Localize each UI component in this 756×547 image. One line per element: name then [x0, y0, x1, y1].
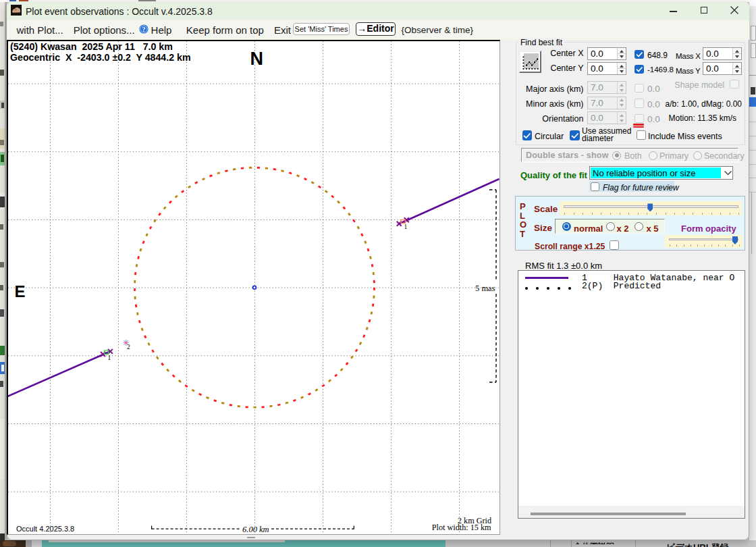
svg-text:Occult 4.2025.3.8: Occult 4.2025.3.8 — [16, 525, 74, 533]
svg-text:(5240) Kwasan 2025 Apr 11 7: (5240) Kwasan 2025 Apr 11 7.0 km — [10, 41, 173, 52]
svg-text:E: E — [15, 282, 26, 301]
svg-text:2: 2 — [127, 344, 130, 350]
svg-text:Plot width: 15 km: Plot width: 15 km — [432, 523, 491, 532]
svg-text:6.00 km: 6.00 km — [242, 525, 269, 534]
svg-text:1: 1 — [404, 224, 408, 230]
svg-text:5 mas: 5 mas — [475, 284, 495, 293]
svg-text:?: ? — [142, 26, 146, 33]
svg-text:Geocentric X -2403.0 ±0.2 Y: Geocentric X -2403.0 ±0.2 Y 4844.2 km — [10, 52, 191, 63]
svg-text:1: 1 — [108, 355, 111, 361]
svg-text:N: N — [250, 49, 264, 69]
